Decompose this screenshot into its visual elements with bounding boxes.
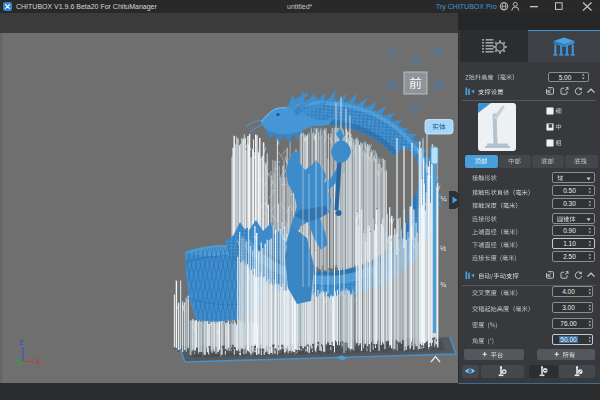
svg-text:¾: ¾ xyxy=(440,280,447,289)
svg-text:¼: ¼ xyxy=(441,194,448,203)
svg-text:½: ½ xyxy=(440,244,446,253)
svg-text:Z: Z xyxy=(19,339,24,346)
svg-text:Y: Y xyxy=(16,358,21,365)
svg-text:X: X xyxy=(36,358,41,365)
